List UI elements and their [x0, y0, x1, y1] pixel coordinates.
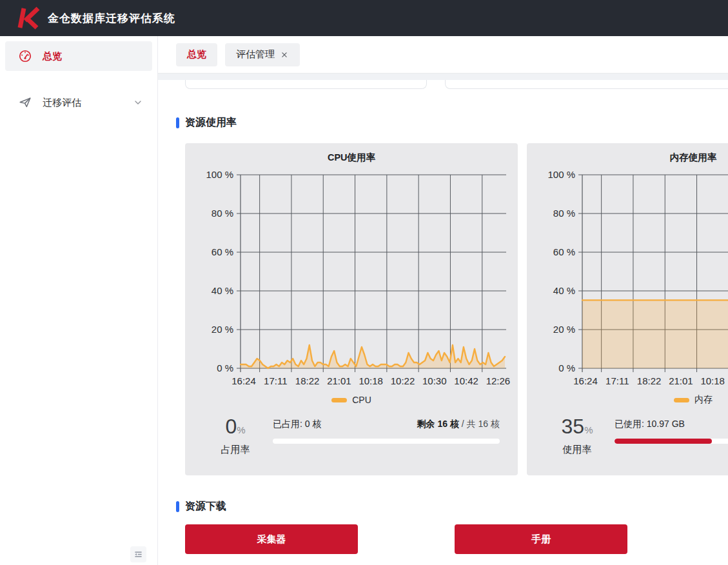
tab-bar: 总览 评估管理 [158, 36, 728, 74]
svg-text:12:26: 12:26 [486, 375, 511, 386]
tab-label: 总览 [187, 48, 206, 61]
legend-swatch [674, 398, 689, 402]
svg-text:21:01: 21:01 [669, 375, 693, 386]
cpu-percent-unit: % [237, 424, 245, 435]
cpu-progress-track [273, 439, 500, 444]
cpu-percent-label: 占用率 [211, 444, 260, 456]
download-buttons-row: 采集器 手册 [185, 524, 728, 554]
sidebar-item-label: 总览 [43, 50, 62, 63]
partial-card-left [185, 80, 427, 89]
svg-text:0 %: 0 % [217, 362, 233, 373]
section-marker [176, 501, 179, 512]
sidebar-item-migration-eval[interactable]: 迁移评估 [5, 88, 152, 117]
sidebar: 总览 迁移评估 [0, 36, 158, 565]
svg-text:21:01: 21:01 [327, 375, 351, 386]
send-icon [18, 95, 32, 110]
cpu-stats: 0% 占用率 已占用: 0 核 剩余 16 核 / 共 16 核 [185, 415, 518, 456]
gauge-icon [18, 49, 32, 63]
svg-text:20 %: 20 % [553, 324, 575, 335]
overview-panel: 资源使用率 CPU使用率 0 %20 %40 %60 %80 %100 %16:… [158, 80, 728, 554]
tab-eval-management[interactable]: 评估管理 [225, 43, 300, 66]
memory-progress-fill [615, 439, 712, 444]
svg-text:80 %: 80 % [212, 208, 233, 219]
tab-label: 评估管理 [236, 48, 275, 61]
memory-percent-unit: % [584, 424, 593, 435]
svg-text:100 %: 100 % [547, 169, 575, 180]
memory-usage-card: 内存使用率 0 %20 %40 %60 %80 %100 %16:2417:11… [527, 143, 728, 475]
cpu-legend: CPU [185, 394, 518, 406]
resource-cards-row: CPU使用率 0 %20 %40 %60 %80 %100 %16:2417:1… [185, 143, 728, 475]
svg-text:18:22: 18:22 [637, 375, 662, 386]
sidebar-item-label: 迁移评估 [43, 97, 81, 109]
svg-text:40 %: 40 % [553, 285, 575, 296]
legend-swatch [331, 398, 347, 402]
svg-text:16:24: 16:24 [231, 375, 256, 386]
app-title: 金仓数据库迁移评估系统 [48, 11, 175, 26]
sidebar-item-overview[interactable]: 总览 [5, 41, 152, 71]
memory-stats: 35% 使用率 已使用: 10.97 GB 剩余 [527, 415, 728, 456]
section-resource-download: 资源下载 [176, 499, 728, 514]
memory-percent-value: 35 [562, 415, 585, 438]
cpu-detail: 已占用: 0 核 剩余 16 核 / 共 16 核 [273, 415, 500, 456]
cpu-detail-line: 已占用: 0 核 剩余 16 核 / 共 16 核 [273, 419, 500, 430]
close-icon[interactable] [280, 50, 289, 59]
memory-usage-chart: 0 %20 %40 %60 %80 %100 %16:2417:1118:222… [532, 164, 728, 392]
kingbase-logo-icon [15, 5, 41, 31]
cpu-remaining-text: 剩余 16 核 / 共 16 核 [417, 419, 500, 430]
memory-detail: 已使用: 10.97 GB 剩余 [615, 415, 728, 456]
cpu-usage-chart: 0 %20 %40 %60 %80 %100 %16:2417:1118:222… [190, 164, 513, 392]
svg-text:10:18: 10:18 [359, 375, 383, 386]
section-marker [176, 117, 179, 128]
memory-detail-line: 已使用: 10.97 GB 剩余 [615, 419, 728, 430]
svg-text:40 %: 40 % [212, 285, 233, 296]
svg-text:10:30: 10:30 [422, 375, 447, 386]
legend-label: 内存 [694, 394, 713, 406]
cpu-chart-title: CPU使用率 [185, 143, 518, 164]
chevron-down-icon [133, 97, 143, 108]
collector-download-button[interactable]: 采集器 [185, 524, 358, 554]
memory-percent-label: 使用率 [553, 444, 602, 456]
section-title: 资源使用率 [185, 116, 237, 130]
svg-text:60 %: 60 % [212, 246, 233, 257]
collapse-sidebar-icon [133, 549, 144, 560]
svg-text:0 %: 0 % [558, 362, 575, 373]
svg-text:10:22: 10:22 [391, 375, 415, 386]
memory-chart-title: 内存使用率 [527, 143, 728, 164]
cpu-usage-card: CPU使用率 0 %20 %40 %60 %80 %100 %16:2417:1… [185, 143, 518, 475]
svg-text:100 %: 100 % [206, 169, 233, 180]
svg-text:10:18: 10:18 [700, 375, 725, 386]
svg-text:17:11: 17:11 [264, 375, 287, 386]
svg-text:16:24: 16:24 [573, 375, 598, 386]
content-gap-strip [158, 74, 728, 80]
legend-label: CPU [352, 395, 371, 405]
section-resource-usage: 资源使用率 [176, 115, 728, 130]
section-title: 资源下载 [185, 500, 226, 513]
memory-progress-track [615, 439, 728, 444]
svg-text:18:22: 18:22 [295, 375, 320, 386]
svg-text:80 %: 80 % [553, 208, 575, 219]
memory-legend: 内存 [527, 394, 728, 406]
sidebar-collapse-button[interactable] [130, 546, 146, 562]
svg-text:17:11: 17:11 [605, 375, 629, 386]
manual-download-button[interactable]: 手册 [455, 524, 627, 554]
cpu-used-text: 已占用: 0 核 [273, 419, 321, 430]
cpu-percent-value: 0 [225, 415, 237, 438]
scrolled-cards-remnant [176, 80, 728, 98]
tab-overview[interactable]: 总览 [176, 43, 217, 66]
memory-percent-block: 35% 使用率 [553, 415, 602, 456]
cpu-percent-block: 0% 占用率 [211, 415, 260, 456]
main-content: 总览 评估管理 资源使用率 CPU使用率 0 %20 %40 %60 %80 %… [158, 36, 728, 565]
svg-text:60 %: 60 % [553, 246, 575, 257]
svg-text:20 %: 20 % [212, 324, 233, 335]
memory-used-text: 已使用: 10.97 GB [615, 419, 685, 430]
svg-text:10:42: 10:42 [454, 375, 478, 386]
partial-card-right [445, 80, 728, 89]
app-header: 金仓数据库迁移评估系统 [0, 0, 728, 36]
